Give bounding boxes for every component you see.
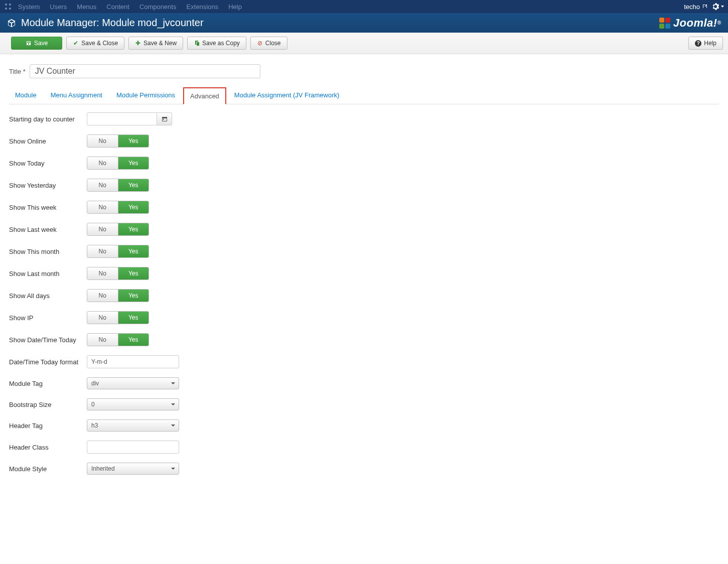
- toggle-show-this-month-no[interactable]: No: [87, 245, 118, 257]
- row-show-online: Show OnlineNoYes: [9, 134, 719, 148]
- label-show-online: Show Online: [9, 137, 87, 145]
- toggle-show-online-yes[interactable]: Yes: [118, 135, 149, 147]
- row-module-style: Module Style Inherited: [9, 463, 719, 475]
- toggle-show-date-time-today-no[interactable]: No: [87, 334, 118, 346]
- label-module-tag: Module Tag: [9, 380, 87, 387]
- toggle-show-ip-yes[interactable]: Yes: [118, 312, 149, 324]
- select-header-tag[interactable]: h3: [87, 419, 179, 432]
- row-module-tag: Module Tag div: [9, 377, 719, 389]
- input-datetime-format[interactable]: [87, 355, 179, 368]
- save-label: Save: [34, 40, 48, 47]
- row-header-tag: Header Tag h3: [9, 419, 719, 432]
- toolbar-left: Save ✔ Save & Close ✚ Save & New Save as…: [11, 37, 287, 50]
- save-button[interactable]: Save: [11, 37, 62, 50]
- row-show-this-month: Show This monthNoYes: [9, 245, 719, 258]
- toggle-show-yesterday: NoYes: [87, 179, 149, 192]
- title-label: Title *: [9, 68, 26, 75]
- close-button[interactable]: ⊘ Close: [250, 37, 287, 50]
- check-icon: ✔: [73, 40, 79, 46]
- nav-system[interactable]: System: [14, 3, 44, 11]
- input-header-class[interactable]: [87, 441, 179, 454]
- toggle-show-this-week-no[interactable]: No: [87, 201, 118, 213]
- row-show-yesterday: Show YesterdayNoYes: [9, 179, 719, 192]
- save-new-button[interactable]: ✚ Save & New: [128, 37, 183, 50]
- toggle-show-this-week: NoYes: [87, 201, 149, 214]
- label-show-this-month: Show This month: [9, 248, 87, 255]
- nav-components[interactable]: Components: [135, 3, 181, 11]
- label-show-this-week: Show This week: [9, 204, 87, 211]
- tab-module-permissions[interactable]: Module Permissions: [110, 87, 181, 104]
- label-show-yesterday: Show Yesterday: [9, 182, 87, 189]
- toggle-show-last-month-no[interactable]: No: [87, 267, 118, 279]
- page-header: Module Manager: Module mod_jvcounter Joo…: [0, 13, 728, 33]
- label-show-all-days: Show All days: [9, 292, 87, 300]
- label-header-class: Header Class: [9, 444, 87, 451]
- toggle-show-today-no[interactable]: No: [87, 157, 118, 169]
- close-icon: ⊘: [257, 40, 263, 46]
- page-title: Module Manager: Module mod_jvcounter: [21, 17, 204, 29]
- toggle-show-last-week-no[interactable]: No: [87, 223, 118, 235]
- save-copy-label: Save as Copy: [202, 40, 240, 47]
- tab-module[interactable]: Module: [9, 87, 43, 104]
- row-bootstrap-size: Bootstrap Size 0: [9, 398, 719, 410]
- caret-down-icon: [721, 6, 724, 8]
- toggle-show-last-week-yes[interactable]: Yes: [118, 223, 149, 235]
- nav-users[interactable]: Users: [46, 3, 71, 11]
- row-starting-day: Starting day to counter: [9, 112, 719, 125]
- tab-module-assignment-jv[interactable]: Module Assignment (JV Framework): [228, 87, 346, 104]
- row-show-date-time-today: Show Date/Time TodayNoYes: [9, 333, 719, 346]
- user-name: techo: [684, 3, 700, 11]
- select-module-style[interactable]: Inherited: [87, 463, 179, 475]
- content: Title * Module Menu Assignment Module Pe…: [0, 64, 728, 475]
- settings-menu[interactable]: [712, 3, 724, 10]
- tab-advanced[interactable]: Advanced: [183, 87, 226, 104]
- top-nav: System Users Menus Content Components Ex…: [0, 0, 728, 13]
- nav-help[interactable]: Help: [224, 3, 246, 11]
- toggle-show-this-week-yes[interactable]: Yes: [118, 201, 149, 213]
- label-show-ip: Show IP: [9, 314, 87, 322]
- toggle-show-yesterday-no[interactable]: No: [87, 179, 118, 191]
- toggle-show-this-month-yes[interactable]: Yes: [118, 245, 149, 257]
- save-close-button[interactable]: ✔ Save & Close: [66, 37, 124, 50]
- row-show-this-week: Show This weekNoYes: [9, 201, 719, 214]
- toggle-show-online-no[interactable]: No: [87, 135, 118, 147]
- joomla-logo-text: Joomla!: [673, 17, 717, 30]
- help-button[interactable]: ? Help: [688, 37, 723, 50]
- toggle-show-date-time-today: NoYes: [87, 333, 149, 346]
- toggle-show-today-yes[interactable]: Yes: [118, 157, 149, 169]
- module-icon: [7, 19, 16, 28]
- save-copy-button[interactable]: Save as Copy: [187, 37, 246, 50]
- label-header-tag: Header Tag: [9, 422, 87, 430]
- plus-icon: ✚: [135, 40, 141, 46]
- toggle-show-ip-no[interactable]: No: [87, 312, 118, 324]
- select-bootstrap-size[interactable]: 0: [87, 398, 179, 410]
- select-module-tag[interactable]: div: [87, 377, 179, 389]
- tab-menu-assignment[interactable]: Menu Assignment: [45, 87, 108, 104]
- input-starting-day[interactable]: [87, 112, 157, 125]
- toggle-show-this-month: NoYes: [87, 245, 149, 258]
- copy-icon: [194, 40, 200, 46]
- title-input[interactable]: [30, 64, 260, 78]
- toggle-show-all-days-yes[interactable]: Yes: [118, 290, 149, 302]
- row-show-ip: Show IPNoYes: [9, 311, 719, 324]
- user-menu[interactable]: techo: [684, 3, 708, 11]
- toggle-show-date-time-today-yes[interactable]: Yes: [118, 334, 149, 346]
- toggle-show-today: NoYes: [87, 157, 149, 170]
- label-show-today: Show Today: [9, 160, 87, 167]
- toggle-show-last-month: NoYes: [87, 267, 149, 280]
- row-show-all-days: Show All daysNoYes: [9, 289, 719, 302]
- toggle-show-yesterday-yes[interactable]: Yes: [118, 179, 149, 191]
- label-bootstrap-size: Bootstrap Size: [9, 401, 87, 408]
- page-title-wrap: Module Manager: Module mod_jvcounter: [7, 17, 204, 29]
- nav-content[interactable]: Content: [102, 3, 133, 11]
- row-show-last-week: Show Last weekNoYes: [9, 223, 719, 236]
- nav-extensions[interactable]: Extensions: [183, 3, 223, 11]
- nav-menus[interactable]: Menus: [73, 3, 100, 11]
- save-new-label: Save & New: [143, 40, 177, 47]
- toggle-show-last-month-yes[interactable]: Yes: [118, 267, 149, 279]
- calendar-button[interactable]: [157, 112, 172, 125]
- save-close-label: Save & Close: [81, 40, 118, 47]
- form: Starting day to counter Show OnlineNoYes…: [9, 104, 719, 475]
- toggle-show-all-days-no[interactable]: No: [87, 290, 118, 302]
- joomla-logo: Joomla! ®: [659, 17, 721, 30]
